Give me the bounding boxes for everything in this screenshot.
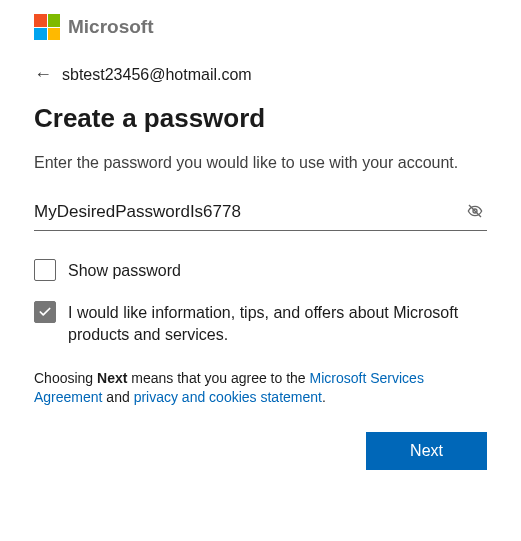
button-row: Next — [34, 432, 487, 470]
legal-suffix: . — [322, 389, 326, 405]
next-button[interactable]: Next — [366, 432, 487, 470]
legal-mid2: and — [102, 389, 133, 405]
legal-mid1: means that you agree to the — [127, 370, 309, 386]
microsoft-logo-icon — [34, 14, 60, 40]
offers-checkbox[interactable] — [34, 301, 56, 323]
password-input[interactable] — [34, 202, 463, 222]
legal-prefix: Choosing — [34, 370, 97, 386]
brand-name: Microsoft — [68, 16, 154, 38]
brand-header: Microsoft — [34, 14, 487, 40]
identity-row: ← sbtest23456@hotmail.com — [34, 64, 487, 85]
page-title: Create a password — [34, 103, 487, 134]
legal-bold: Next — [97, 370, 127, 386]
show-password-row: Show password — [34, 259, 487, 282]
show-password-label: Show password — [68, 259, 487, 282]
legal-text: Choosing Next means that you agree to th… — [34, 369, 487, 408]
offers-row: I would like information, tips, and offe… — [34, 301, 487, 347]
show-password-checkbox[interactable] — [34, 259, 56, 281]
privacy-statement-link[interactable]: privacy and cookies statement — [134, 389, 322, 405]
account-email: sbtest23456@hotmail.com — [62, 66, 252, 84]
offers-label: I would like information, tips, and offe… — [68, 301, 487, 347]
toggle-visibility-icon[interactable] — [463, 203, 487, 222]
instruction-text: Enter the password you would like to use… — [34, 152, 487, 174]
back-arrow-icon[interactable]: ← — [34, 64, 52, 85]
password-field-wrap — [34, 198, 487, 231]
